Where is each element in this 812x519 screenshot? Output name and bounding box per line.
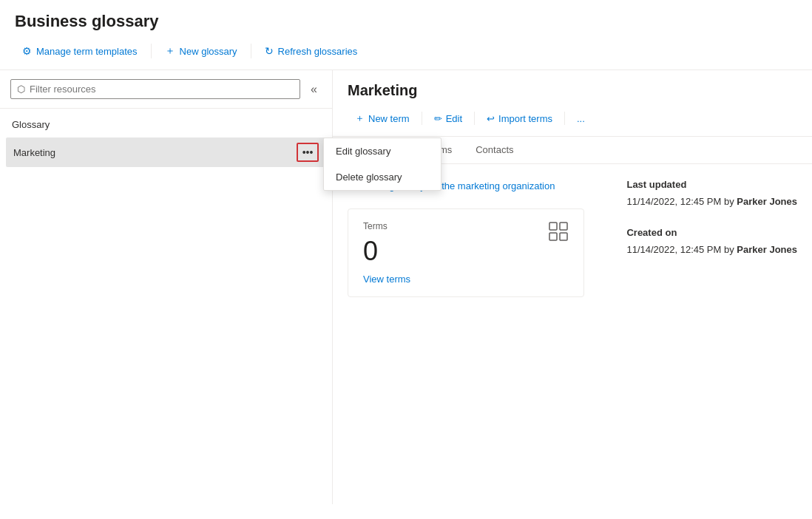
manage-templates-button[interactable]: ⚙ Manage term templates: [15, 41, 145, 61]
edit-label: Edit: [446, 113, 462, 124]
svg-rect-1: [560, 223, 567, 230]
last-updated-value: 11/14/2022, 12:45 PM by Parker Jones: [626, 194, 797, 209]
last-updated-label: Last updated: [626, 179, 797, 190]
filter-input-wrap[interactable]: ⬡: [10, 79, 300, 99]
new-term-button[interactable]: ＋ New term: [348, 108, 417, 129]
content-more-button[interactable]: ...: [569, 109, 592, 128]
refresh-label: Refresh glossaries: [278, 46, 358, 57]
filter-input[interactable]: [30, 84, 294, 95]
svg-rect-3: [560, 233, 567, 240]
content-header: Marketing ＋ New term ✏ Edit ↩ Import ter…: [333, 70, 812, 137]
new-glossary-button[interactable]: ＋ New glossary: [158, 40, 245, 62]
content-toolbar: ＋ New term ✏ Edit ↩ Import terms ...: [348, 108, 797, 136]
terms-label: Terms: [363, 221, 410, 231]
main-layout: ⬡ « Glossary Marketing ••• Edit glossary…: [0, 70, 812, 504]
collapse-button[interactable]: «: [306, 80, 322, 99]
content-divider-2: [474, 112, 475, 125]
created-on-value: 11/14/2022, 12:45 PM by Parker Jones: [626, 242, 797, 257]
import-label: Import terms: [498, 113, 552, 124]
edit-button[interactable]: ✏ Edit: [427, 109, 470, 128]
last-updated-by: Parker Jones: [737, 196, 797, 207]
edit-pencil-icon: ✏: [434, 113, 442, 124]
created-on-by: Parker Jones: [737, 244, 797, 255]
last-updated-section: Last updated 11/14/2022, 12:45 PM by Par…: [626, 179, 797, 209]
new-term-label: New term: [368, 113, 410, 124]
sliders-icon: ⚙: [22, 45, 32, 57]
import-terms-button[interactable]: ↩ Import terms: [479, 109, 560, 128]
right-meta: Last updated 11/14/2022, 12:45 PM by Par…: [626, 179, 797, 489]
content-more-icon: ...: [577, 113, 585, 124]
toolbar-divider-2: [251, 44, 251, 58]
svg-rect-2: [549, 233, 557, 240]
new-glossary-label: New glossary: [180, 46, 237, 57]
view-terms-link[interactable]: View terms: [363, 274, 410, 285]
plus-icon: ＋: [165, 44, 175, 58]
terms-card: Terms 0 View terms: [348, 208, 584, 297]
content-panel: Marketing ＋ New term ✏ Edit ↩ Import ter…: [333, 70, 812, 504]
grid-icon: [548, 221, 569, 246]
delete-glossary-menu-item[interactable]: Delete glossary: [324, 164, 441, 190]
content-title: Marketing: [348, 82, 797, 99]
left-info: Business glossary for the marketing orga…: [348, 179, 604, 489]
svg-rect-0: [549, 223, 557, 230]
refresh-button[interactable]: ↻ Refresh glossaries: [257, 41, 365, 61]
filter-row: ⬡ «: [0, 70, 332, 109]
refresh-icon: ↻: [265, 45, 274, 57]
sidebar: ⬡ « Glossary Marketing ••• Edit glossary…: [0, 70, 333, 504]
filter-icon: ⬡: [17, 84, 25, 95]
page-title: Business glossary: [15, 12, 797, 31]
import-icon: ↩: [487, 113, 495, 124]
new-term-plus-icon: ＋: [355, 112, 365, 125]
sidebar-item-marketing[interactable]: Marketing ••• Edit glossary Delete gloss…: [6, 138, 326, 167]
tab-contacts[interactable]: Contacts: [464, 137, 525, 164]
main-toolbar: ⚙ Manage term templates ＋ New glossary ↻…: [15, 40, 797, 62]
created-on-label: Created on: [626, 227, 797, 238]
edit-glossary-menu-item[interactable]: Edit glossary: [324, 138, 441, 164]
content-body: Business glossary for the marketing orga…: [333, 164, 812, 504]
glossary-section: Glossary: [0, 109, 332, 138]
more-dots-icon: •••: [302, 146, 314, 158]
sidebar-item-label: Marketing: [13, 147, 55, 158]
created-on-section: Created on 11/14/2022, 12:45 PM by Parke…: [626, 227, 797, 257]
toolbar-divider-1: [151, 44, 152, 58]
glossary-section-label: Glossary: [12, 119, 320, 130]
terms-count: 0: [363, 236, 410, 267]
content-divider-3: [564, 112, 565, 125]
context-menu: Edit glossary Delete glossary: [323, 138, 441, 191]
manage-templates-label: Manage term templates: [36, 46, 138, 57]
sidebar-item-more-button[interactable]: •••: [297, 143, 319, 162]
terms-card-left: Terms 0 View terms: [363, 221, 410, 285]
content-divider-1: [422, 112, 422, 125]
